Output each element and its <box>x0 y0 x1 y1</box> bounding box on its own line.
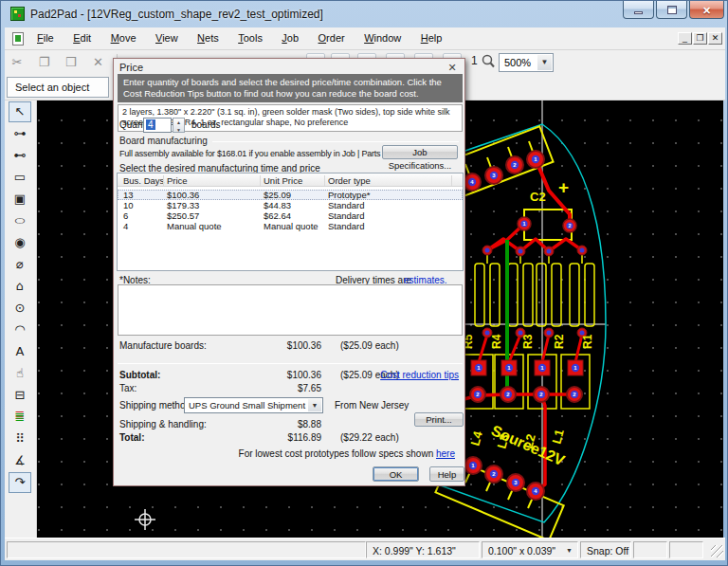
group-divider <box>212 141 459 142</box>
board-mfg-group-label: Board manufacturing <box>119 136 208 146</box>
title-bar: Pad2Pad - [12VReg_custom_shape_rev2_test… <box>1 1 728 27</box>
dialog-close-icon[interactable]: ✕ <box>446 61 459 74</box>
job-specifications-button[interactable]: Job Specifications... <box>382 145 458 159</box>
arc-tool[interactable]: ◠ <box>9 320 31 340</box>
menu-order[interactable]: Order <box>311 27 353 47</box>
shipping-method-combo[interactable]: UPS Ground Small Shipment ▼ <box>184 397 323 413</box>
menu-bar: File Edit Move View Nets Tools Job Order… <box>5 27 725 50</box>
subtotal-divider <box>118 363 463 364</box>
pad-tool[interactable]: ◉ <box>9 232 31 253</box>
cut-icon[interactable]: ✂ <box>7 52 27 73</box>
label-r1: R1 <box>581 334 594 349</box>
angle-tool[interactable]: ∡ <box>9 450 31 471</box>
circle-pad-tool[interactable]: ⊙ <box>9 298 31 319</box>
shipping-method-label: Shipping method: <box>119 400 193 411</box>
menu-view[interactable]: View <box>148 27 186 47</box>
net-tool[interactable]: ⊷ <box>9 145 31 166</box>
restore-button[interactable] <box>656 1 687 19</box>
ellipse-pad-tool[interactable]: ○ <box>9 210 31 231</box>
select-rect-tool[interactable]: ▭ <box>9 167 31 188</box>
quantity-stepper[interactable]: ▲▼ <box>173 118 185 133</box>
pan-tool[interactable]: ☝ <box>9 363 31 384</box>
label-r2: R2 <box>553 334 566 349</box>
total-each: ($29.22 each) <box>340 432 399 443</box>
ratsnest-tool[interactable]: ⊶ <box>9 123 31 144</box>
c2-pads[interactable]: 1 2 <box>518 217 576 232</box>
price-table: Bus. Days Price Unit Price Order type 13… <box>117 173 464 271</box>
status-bar: X: 0.999" Y: 1.613" 0.100" x 0.039"▼ Sna… <box>5 538 725 560</box>
mdi-restore-button[interactable]: ❐ <box>693 32 707 45</box>
document-icon[interactable] <box>12 32 24 46</box>
minimize-icon <box>634 11 643 14</box>
menu-window[interactable]: Window <box>356 27 409 47</box>
shape-tool[interactable]: ⌂ <box>9 276 31 297</box>
quantity-input[interactable]: 4 <box>143 118 172 133</box>
menu-job[interactable]: Job <box>274 27 306 47</box>
cursor-coordinates: X: 0.999" Y: 1.613" <box>366 541 480 558</box>
label-c2: C2 <box>530 190 546 204</box>
close-icon: ✕ <box>702 5 711 16</box>
total-amount: $116.89 <box>288 432 321 443</box>
menu-move[interactable]: Move <box>103 27 144 47</box>
resize-grip[interactable] <box>711 545 723 557</box>
app-window: Pad2Pad - [12VReg_custom_shape_rev2_test… <box>0 0 728 566</box>
close-button[interactable]: ✕ <box>689 1 724 19</box>
label-plus: + <box>558 177 569 197</box>
select-tool[interactable]: ↖ <box>9 101 31 122</box>
price-table-header[interactable]: Bus. Days Price Unit Price Order type <box>118 173 463 187</box>
magnifier-icon[interactable] <box>482 54 495 73</box>
menu-edit[interactable]: Edit <box>65 27 99 47</box>
price-row-4-days[interactable]: 4 Manual quote Manual quote Standard <box>118 221 463 231</box>
component-tool[interactable]: ▣ <box>9 189 31 210</box>
copy-icon[interactable]: ❐ <box>33 52 54 73</box>
grid-dropdown-arrow[interactable]: ▼ <box>566 547 573 554</box>
via-tool[interactable]: ⌀ <box>9 254 31 275</box>
layers-tool[interactable]: ≣ <box>9 407 31 428</box>
manufacture-label: Manufacture boards: <box>119 340 207 351</box>
pad-number: 1 <box>522 221 525 227</box>
shipping-from: From New Jersey <box>335 400 409 411</box>
bottom-connector-pads[interactable]: 1 2 3 4 <box>464 457 544 500</box>
cost-reduction-link[interactable]: Cost reduction tips <box>380 370 459 380</box>
price-row-13-days[interactable]: 13 $100.36 $25.09 Prototype* <box>118 190 463 200</box>
minimize-button[interactable] <box>623 1 654 19</box>
help-button[interactable]: Help <box>429 466 464 482</box>
status-cell-empty <box>633 541 667 558</box>
mdi-minimize-button[interactable]: _ <box>678 32 692 45</box>
mdi-close-button[interactable]: ✕ <box>708 32 722 45</box>
tax-label: Tax: <box>119 383 136 393</box>
ok-button[interactable]: OK <box>373 466 419 482</box>
price-dialog: Price ✕ Enter quantity of boards and sel… <box>113 58 465 486</box>
zoom-dropdown-arrow[interactable]: ▼ <box>537 55 552 70</box>
quantity-unit: boards <box>191 119 221 130</box>
square-pads[interactable]: 1 1 1 1 <box>471 360 583 375</box>
window-title: Pad2Pad - [12VReg_custom_shape_rev2_test… <box>30 8 323 21</box>
menu-tools[interactable]: Tools <box>230 27 270 47</box>
pad-array-tool[interactable]: ⠿ <box>9 429 31 449</box>
zoom-level-combo[interactable]: 500% ▼ <box>499 53 554 72</box>
paste-icon[interactable]: ❒ <box>61 52 82 73</box>
via-pads[interactable] <box>482 246 587 338</box>
menu-file[interactable]: File <box>29 27 62 47</box>
delete-icon[interactable]: ✕ <box>87 52 108 73</box>
text-tool[interactable]: A <box>9 341 31 362</box>
snap-indicator[interactable]: Snap: Off <box>580 541 631 558</box>
subtotal-label: Subtotal: <box>119 370 160 380</box>
price-row-6-days[interactable]: 6 $250.57 $62.64 Standard <box>118 210 463 221</box>
curve-edit-tool[interactable]: ↷ <box>9 472 31 493</box>
status-message-cell <box>7 541 366 558</box>
menu-help[interactable]: Help <box>413 27 450 47</box>
status-cell-empty <box>669 541 703 558</box>
dimension-tool[interactable]: ⊟ <box>9 385 31 406</box>
notes-textarea[interactable] <box>118 284 463 336</box>
shipping-dropdown-arrow[interactable]: ▼ <box>308 399 321 411</box>
lowest-cost-link[interactable]: here <box>436 448 455 459</box>
grid-size-selector[interactable]: 0.100" x 0.039"▼ <box>482 541 578 558</box>
tool-palette: ↖ ⊶ ⊷ ▭ ▣ ○ ◉ ⌀ ⌂ ⊙ ◠ A ☝ ⊟ ≣ ⠿ ∡ ↷ <box>5 100 37 538</box>
subtotal-amount: $100.36 <box>287 370 321 380</box>
label-r3: R3 <box>521 334 535 349</box>
menu-nets[interactable]: Nets <box>190 27 227 47</box>
price-row-10-days[interactable]: 10 $179.33 $44.83 Standard <box>118 200 463 210</box>
pad-number: 2 <box>568 223 571 228</box>
dialog-banner: Enter quantity of boards and select the … <box>118 74 463 102</box>
